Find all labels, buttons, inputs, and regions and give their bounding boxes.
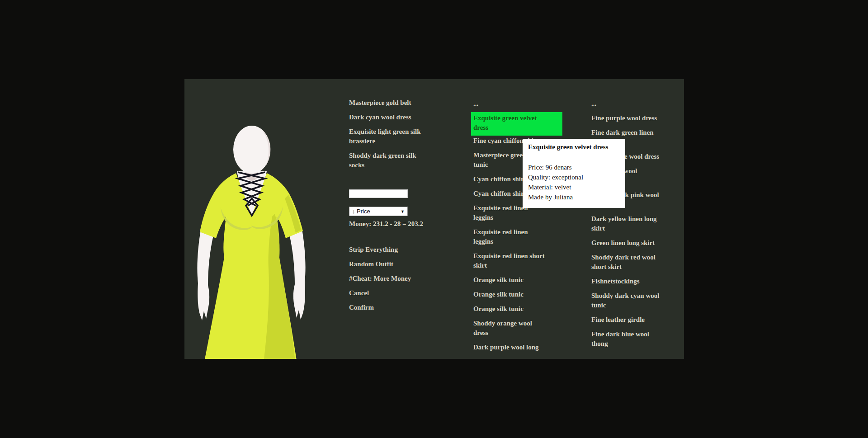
equipped-item[interactable]: Masterpiece gold belt	[349, 98, 448, 108]
equipped-items-list: Masterpiece gold beltDark cyan wool dres…	[349, 98, 448, 175]
money-line: Money: 231.2 - 28 = 203.2	[349, 220, 453, 228]
shop-panel: Masterpiece gold beltDark cyan wool dres…	[184, 79, 684, 359]
tooltip-line: Price: 96 denars	[528, 162, 620, 172]
shop-item[interactable]: Orange silk tunic	[473, 304, 566, 314]
shop-column-2: ...Fine purple wool dressFine dark green…	[591, 99, 682, 353]
tooltip-line: Made by Juliana	[528, 192, 620, 202]
equipped-item[interactable]: Exquisite light green silk brassiere	[349, 127, 448, 146]
menu-button[interactable]: Confirm	[349, 303, 453, 312]
menu-button[interactable]: Strip Everything	[349, 245, 453, 254]
shop-item[interactable]: ...	[473, 99, 566, 108]
tooltip-line: Material: velvet	[528, 182, 620, 192]
shop-item[interactable]: Exquisite green velvet dress	[471, 112, 562, 136]
shop-item[interactable]: Fine leather girdle	[591, 315, 682, 325]
shop-column-1: ...Exquisite green velvet dressFine cyan…	[473, 99, 566, 357]
action-menu: Strip EverythingRandom Outfit#Cheat: Mor…	[349, 245, 453, 317]
sort-dropdown-value: ↓ Price	[352, 208, 370, 215]
shop-item[interactable]: Shoddy dark cyan wool tunic	[591, 291, 682, 310]
shop-item[interactable]: Dark yellow linen long skirt	[591, 214, 682, 233]
shop-item[interactable]: Fishnetstockings	[591, 277, 682, 286]
right-arm	[289, 227, 306, 320]
shop-item[interactable]: ...	[591, 99, 682, 108]
sort-dropdown[interactable]: ↓ Price ▼	[349, 207, 408, 216]
tooltip-title: Exquisite green velvet dress	[528, 142, 620, 152]
shop-item[interactable]: Orange silk tunic	[473, 275, 566, 285]
chevron-down-icon: ▼	[401, 209, 405, 214]
shop-item[interactable]: Fine purple wool dress	[591, 113, 682, 123]
tooltip-lines: Price: 96 denarsQuality: exceptionalMate…	[528, 162, 620, 202]
shop-item[interactable]: Exquisite red linen short skirt	[473, 251, 566, 270]
item-tooltip: Exquisite green velvet dress Price: 96 d…	[523, 139, 625, 208]
left-arm	[197, 228, 213, 320]
shop-item[interactable]: Shoddy dark red wool short skirt	[591, 253, 682, 272]
menu-button[interactable]: #Cheat: More Money	[349, 274, 453, 283]
shop-item[interactable]: Green linen long skirt	[591, 238, 682, 248]
menu-button[interactable]: Cancel	[349, 288, 453, 298]
shop-item[interactable]: Exquisite red linen leggins	[473, 227, 566, 246]
shop-item[interactable]: Dark purple wool long	[473, 343, 566, 352]
head	[233, 126, 270, 174]
equipped-item[interactable]: Shoddy dark green silk socks	[349, 151, 448, 170]
shop-item[interactable]: Orange silk tunic	[473, 290, 566, 299]
menu-button[interactable]: Random Outfit	[349, 259, 453, 269]
shop-item[interactable]: Fine dark blue wool thong	[591, 330, 682, 349]
equipped-item[interactable]: Dark cyan wool dress	[349, 113, 448, 122]
tooltip-line: Quality: exceptional	[528, 172, 620, 182]
mannequin-figure	[190, 120, 307, 359]
shop-item[interactable]: Shoddy orange wool dress	[473, 319, 566, 338]
search-input[interactable]	[349, 189, 408, 198]
